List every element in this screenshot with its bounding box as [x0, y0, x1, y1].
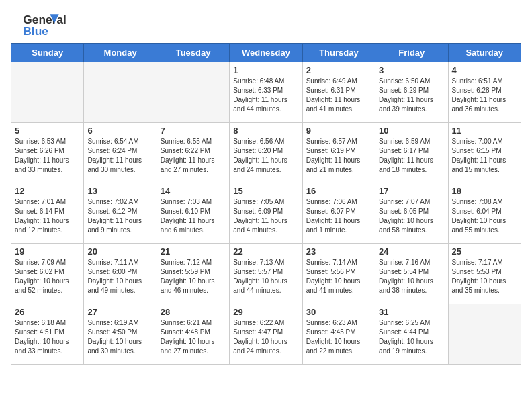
day-number: 12 [15, 186, 80, 196]
week-row-5: 26Sunrise: 6:18 AMSunset: 4:51 PMDayligh… [11, 304, 521, 365]
page-header: General Blue [11, 11, 521, 38]
day-number: 8 [233, 126, 298, 136]
calendar-cell: 14Sunrise: 7:03 AMSunset: 6:10 PMDayligh… [157, 183, 229, 244]
day-number: 2 [306, 65, 371, 75]
calendar-cell: 12Sunrise: 7:01 AMSunset: 6:14 PMDayligh… [11, 183, 84, 244]
day-info: Sunrise: 7:08 AMSunset: 6:04 PMDaylight:… [452, 197, 517, 235]
day-info: Sunrise: 7:13 AMSunset: 5:57 PMDaylight:… [233, 258, 298, 295]
day-info: Sunrise: 7:05 AMSunset: 6:09 PMDaylight:… [233, 197, 298, 235]
calendar-cell [448, 304, 521, 365]
day-number: 31 [379, 307, 444, 317]
day-header-saturday: Saturday [448, 44, 521, 62]
calendar-cell: 31Sunrise: 6:25 AMSunset: 4:44 PMDayligh… [375, 304, 448, 365]
day-info: Sunrise: 7:11 AMSunset: 6:00 PMDaylight:… [87, 258, 152, 295]
day-number: 13 [87, 186, 152, 196]
day-number: 23 [306, 246, 371, 257]
day-header-tuesday: Tuesday [157, 44, 229, 62]
logo-icon: General Blue [11, 11, 71, 38]
day-info: Sunrise: 6:56 AMSunset: 6:20 PMDaylight:… [233, 137, 298, 175]
day-number: 22 [233, 246, 298, 257]
calendar-cell: 18Sunrise: 7:08 AMSunset: 6:04 PMDayligh… [448, 183, 521, 244]
calendar-cell: 17Sunrise: 7:07 AMSunset: 6:05 PMDayligh… [375, 183, 448, 244]
day-info: Sunrise: 6:50 AMSunset: 6:29 PMDaylight:… [379, 77, 444, 114]
calendar-cell: 27Sunrise: 6:19 AMSunset: 4:50 PMDayligh… [84, 304, 157, 365]
logo: General Blue [11, 11, 71, 38]
day-number: 25 [452, 246, 517, 257]
day-number: 9 [306, 126, 371, 136]
calendar-cell [157, 62, 229, 123]
day-header-friday: Friday [375, 44, 448, 62]
day-info: Sunrise: 7:17 AMSunset: 5:53 PMDaylight:… [452, 258, 517, 295]
day-info: Sunrise: 6:51 AMSunset: 6:28 PMDaylight:… [452, 77, 517, 114]
svg-text:Blue: Blue [23, 24, 48, 38]
calendar-cell: 26Sunrise: 6:18 AMSunset: 4:51 PMDayligh… [11, 304, 84, 365]
calendar-cell: 25Sunrise: 7:17 AMSunset: 5:53 PMDayligh… [448, 244, 521, 304]
day-number: 17 [379, 186, 444, 196]
day-info: Sunrise: 7:00 AMSunset: 6:15 PMDaylight:… [452, 137, 517, 175]
day-info: Sunrise: 6:49 AMSunset: 6:31 PMDaylight:… [306, 77, 371, 114]
week-row-4: 19Sunrise: 7:09 AMSunset: 6:02 PMDayligh… [11, 244, 521, 304]
calendar-cell: 2Sunrise: 6:49 AMSunset: 6:31 PMDaylight… [302, 62, 375, 123]
day-number: 28 [161, 307, 226, 317]
day-number: 5 [15, 126, 80, 136]
day-number: 1 [233, 65, 298, 75]
calendar-cell: 20Sunrise: 7:11 AMSunset: 6:00 PMDayligh… [84, 244, 157, 304]
day-number: 21 [161, 246, 226, 257]
week-row-1: 1Sunrise: 6:48 AMSunset: 6:33 PMDaylight… [11, 62, 521, 123]
day-info: Sunrise: 7:16 AMSunset: 5:54 PMDaylight:… [379, 258, 444, 295]
day-info: Sunrise: 7:03 AMSunset: 6:10 PMDaylight:… [161, 197, 226, 235]
day-info: Sunrise: 7:02 AMSunset: 6:12 PMDaylight:… [87, 197, 152, 235]
day-info: Sunrise: 6:53 AMSunset: 6:26 PMDaylight:… [15, 137, 80, 175]
calendar-cell: 13Sunrise: 7:02 AMSunset: 6:12 PMDayligh… [84, 183, 157, 244]
calendar-cell: 23Sunrise: 7:14 AMSunset: 5:56 PMDayligh… [302, 244, 375, 304]
day-info: Sunrise: 6:57 AMSunset: 6:19 PMDaylight:… [306, 137, 371, 175]
calendar-cell: 5Sunrise: 6:53 AMSunset: 6:26 PMDaylight… [11, 123, 84, 183]
calendar-cell: 7Sunrise: 6:55 AMSunset: 6:22 PMDaylight… [157, 123, 229, 183]
calendar-cell: 30Sunrise: 6:23 AMSunset: 4:45 PMDayligh… [302, 304, 375, 365]
calendar-cell: 4Sunrise: 6:51 AMSunset: 6:28 PMDaylight… [448, 62, 521, 123]
calendar-cell [11, 62, 84, 123]
day-info: Sunrise: 7:01 AMSunset: 6:14 PMDaylight:… [15, 197, 80, 235]
calendar-table: SundayMondayTuesdayWednesdayThursdayFrid… [11, 43, 521, 365]
day-info: Sunrise: 7:09 AMSunset: 6:02 PMDaylight:… [15, 258, 80, 295]
day-info: Sunrise: 6:25 AMSunset: 4:44 PMDaylight:… [379, 318, 444, 356]
day-info: Sunrise: 6:23 AMSunset: 4:45 PMDaylight:… [306, 318, 371, 356]
calendar-cell: 19Sunrise: 7:09 AMSunset: 6:02 PMDayligh… [11, 244, 84, 304]
day-header-monday: Monday [84, 44, 157, 62]
day-number: 26 [15, 307, 80, 317]
day-info: Sunrise: 6:21 AMSunset: 4:48 PMDaylight:… [161, 318, 226, 356]
day-number: 30 [306, 307, 371, 317]
header-row: SundayMondayTuesdayWednesdayThursdayFrid… [11, 44, 521, 62]
calendar-cell: 29Sunrise: 6:22 AMSunset: 4:47 PMDayligh… [230, 304, 302, 365]
day-number: 10 [379, 126, 444, 136]
day-number: 19 [15, 246, 80, 257]
day-number: 29 [233, 307, 298, 317]
calendar-cell: 16Sunrise: 7:06 AMSunset: 6:07 PMDayligh… [302, 183, 375, 244]
calendar-cell: 6Sunrise: 6:54 AMSunset: 6:24 PMDaylight… [84, 123, 157, 183]
day-number: 18 [452, 186, 517, 196]
day-info: Sunrise: 7:12 AMSunset: 5:59 PMDaylight:… [161, 258, 226, 295]
day-number: 20 [87, 246, 152, 257]
calendar-cell: 1Sunrise: 6:48 AMSunset: 6:33 PMDaylight… [230, 62, 302, 123]
day-number: 14 [161, 186, 226, 196]
day-info: Sunrise: 6:18 AMSunset: 4:51 PMDaylight:… [15, 318, 80, 356]
calendar-cell: 9Sunrise: 6:57 AMSunset: 6:19 PMDaylight… [302, 123, 375, 183]
day-info: Sunrise: 7:06 AMSunset: 6:07 PMDaylight:… [306, 197, 371, 235]
day-number: 24 [379, 246, 444, 257]
day-number: 4 [452, 65, 517, 75]
calendar-cell: 22Sunrise: 7:13 AMSunset: 5:57 PMDayligh… [230, 244, 302, 304]
day-info: Sunrise: 7:07 AMSunset: 6:05 PMDaylight:… [379, 197, 444, 235]
day-number: 3 [379, 65, 444, 75]
day-number: 15 [233, 186, 298, 196]
day-number: 11 [452, 126, 517, 136]
calendar-cell: 8Sunrise: 6:56 AMSunset: 6:20 PMDaylight… [230, 123, 302, 183]
day-number: 16 [306, 186, 371, 196]
day-header-sunday: Sunday [11, 44, 84, 62]
day-header-thursday: Thursday [302, 44, 375, 62]
week-row-2: 5Sunrise: 6:53 AMSunset: 6:26 PMDaylight… [11, 123, 521, 183]
day-info: Sunrise: 6:59 AMSunset: 6:17 PMDaylight:… [379, 137, 444, 175]
day-number: 6 [87, 126, 152, 136]
day-info: Sunrise: 7:14 AMSunset: 5:56 PMDaylight:… [306, 258, 371, 295]
day-info: Sunrise: 6:19 AMSunset: 4:50 PMDaylight:… [87, 318, 152, 356]
calendar-cell [84, 62, 157, 123]
